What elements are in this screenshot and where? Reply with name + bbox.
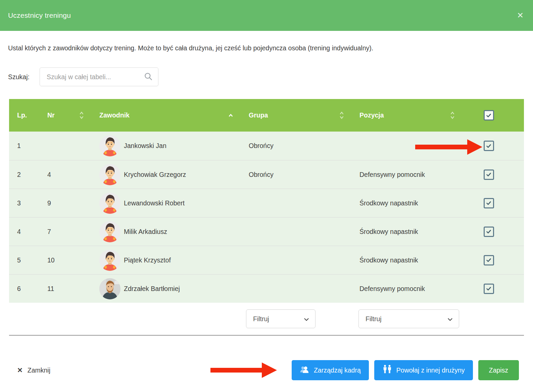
close-icon[interactable]: ✕ [517,11,524,19]
row-lp: 4 [9,228,39,236]
close-modal-button[interactable]: ✕ Zamknij [17,366,50,374]
cartoon-male-avatar [99,135,120,156]
column-header-lp: Lp. [9,99,39,132]
cartoon-male-avatar [99,250,120,271]
row-nr: 4 [39,171,91,179]
search-input[interactable] [47,73,144,81]
sort-both-icon[interactable] [339,111,344,119]
table-body: 1 Jankowski Jan Obrońcy 2 4 [9,132,524,303]
table-row: 6 11 Zdrzałek Bartłomiej Defensywny pomo… [9,274,524,303]
search-icon [144,72,153,82]
photo-avatar [99,278,120,299]
row-player: Zdrzałek Bartłomiej [91,278,241,299]
row-player: Milik Arkadiusz [91,221,241,242]
player-name: Jankowski Jan [124,142,166,150]
player-name: Milik Arkadiusz [124,228,167,236]
row-checkbox[interactable] [484,255,494,265]
group-filter-dropdown[interactable]: Filtruj [246,309,316,328]
search-row: Szukaj: [8,67,525,86]
table-row: 2 4 Krychowiak Grzegorz Obrońcy Defensyw… [9,160,524,189]
sort-both-icon[interactable] [79,111,84,119]
row-position: Środkowy napastnik [351,228,462,236]
manage-squad-button[interactable]: Zarządzaj kadrą [292,360,369,380]
cartoon-male-avatar [99,221,120,242]
save-button[interactable]: Zapisz [478,360,519,380]
modal-titlebar: Uczestnicy treningu ✕ [0,0,533,31]
row-position: Defensywny pomocnik [351,285,462,293]
row-position: Środkowy napastnik [351,256,462,264]
table-row: 1 Jankowski Jan Obrońcy [9,132,524,160]
row-position: Defensywny pomocnik [351,171,462,179]
row-checkbox[interactable] [484,198,494,208]
table-row: 3 9 Lewandowski Robert Środkowy napastni… [9,189,524,217]
player-name: Piątek Krzysztof [124,256,171,264]
row-nr: 9 [39,199,91,207]
row-group: Obrońcy [241,171,351,179]
close-x-icon: ✕ [17,366,23,374]
table-row: 5 10 Piątek Krzysztof Środkowy napastnik [9,246,524,274]
column-header-nr[interactable]: Nr [39,99,91,132]
callup-other-team-button[interactable]: Powołaj z innej drużyny [374,360,473,380]
chevron-down-icon [304,315,309,323]
column-header-pozycja[interactable]: Pozycja [351,99,462,132]
select-all-checkbox[interactable] [484,110,494,120]
row-nr: 11 [39,285,91,293]
column-header-zawodnik[interactable]: Zawodnik [91,99,241,132]
player-name: Krychowiak Grzegorz [124,171,186,179]
search-label: Szukaj: [8,73,30,81]
sort-both-icon[interactable] [450,111,455,119]
player-name: Zdrzałek Bartłomiej [124,285,180,293]
table-header: Lp. Nr Zawodnik Grupa Pozycja [9,99,524,132]
cartoon-male-avatar [99,193,120,214]
two-people-icon [382,365,392,376]
row-player: Jankowski Jan [91,135,241,156]
table-row: 4 7 Milik Arkadiusz Środkowy napastnik [9,217,524,246]
modal-title: Uczestnicy treningu [8,11,71,19]
row-checkbox[interactable] [484,141,494,151]
modal-description: Ustal których z zawodników dotyczy treni… [8,44,525,52]
filter-row: Filtruj Filtruj [9,303,524,336]
row-lp: 6 [9,285,39,293]
row-nr: 7 [39,228,91,236]
users-icon [300,365,310,376]
search-box [40,67,158,86]
row-lp: 5 [9,256,39,264]
row-nr: 10 [39,256,91,264]
row-checkbox[interactable] [484,284,494,294]
row-position: Środkowy napastnik [351,199,462,207]
row-checkbox[interactable] [484,227,494,237]
participants-table: Lp. Nr Zawodnik Grupa Pozycja [9,99,524,336]
chevron-down-icon [447,315,453,323]
row-player: Lewandowski Robert [91,193,241,214]
cartoon-male-avatar [99,164,120,185]
position-filter-dropdown[interactable]: Filtruj [358,309,459,328]
modal-footer: ✕ Zamknij Zarządzaj kadrą Powołaj z inne… [17,360,519,380]
close-label: Zamknij [28,366,50,374]
row-lp: 2 [9,171,39,179]
player-name: Lewandowski Robert [124,199,185,207]
sort-asc-icon[interactable] [228,113,233,117]
row-group: Obrońcy [241,142,351,150]
row-player: Piątek Krzysztof [91,250,241,271]
row-lp: 3 [9,199,39,207]
row-lp: 1 [9,142,39,150]
column-header-grupa[interactable]: Grupa [241,99,351,132]
row-checkbox[interactable] [484,169,494,180]
row-player: Krychowiak Grzegorz [91,164,241,185]
